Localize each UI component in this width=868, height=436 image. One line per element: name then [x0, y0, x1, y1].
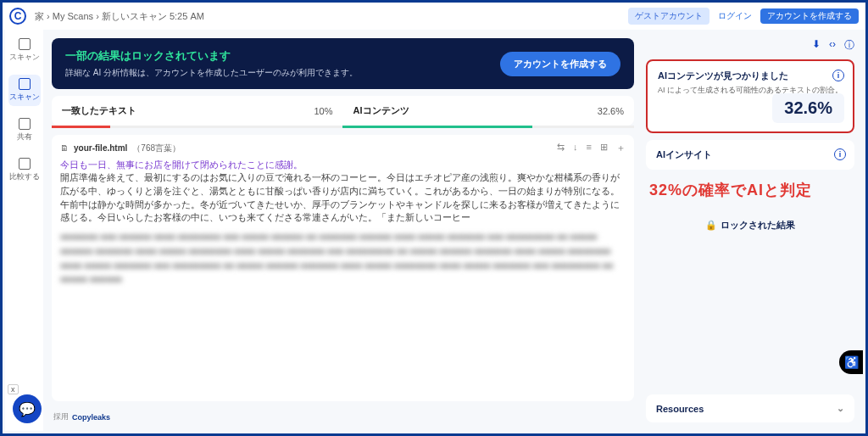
lock-icon: 🔒 — [705, 220, 717, 230]
word-count: （768言葉） — [132, 143, 181, 154]
chat-fab[interactable]: 💬 — [13, 394, 42, 423]
ai-found-percent: 32.6% — [772, 93, 844, 123]
sidebar-item-scan-2[interactable]: スキャン — [8, 75, 41, 106]
ai-insight-title: AIインサイト — [656, 148, 844, 161]
info-icon[interactable]: i — [832, 70, 844, 81]
sidebar-item-share[interactable]: 共有 — [8, 115, 41, 146]
create-account-button[interactable]: アカウントを作成する — [500, 52, 620, 76]
doc-blurred: ■■■■■■■ ■■■ ■■■■■■ ■■■■ ■■■■■■■■ ■■■ ■■■… — [60, 230, 626, 287]
document-panel: 🗎 your-file.html （768言葉） ⇆ ↓ ≡ ⊞ ＋ 今日も一日… — [52, 135, 634, 401]
chevron-down-icon: ⌄ — [837, 403, 844, 414]
scan-icon — [19, 78, 31, 90]
download-icon[interactable]: ⬇ — [812, 38, 821, 53]
ai-content-found-card: AIコンテンツが見つかりました AI によって生成される可能性のあるテキストの割… — [646, 59, 854, 133]
info-icon[interactable]: i — [834, 148, 846, 160]
filename: your-file.html — [74, 143, 127, 153]
tool-add-icon[interactable]: ＋ — [616, 142, 626, 154]
share-icon[interactable]: ‹› — [829, 38, 836, 53]
locked-results-banner: 一部の結果はロックされています 詳細な AI 分析情報は、アカウントを作成したユ… — [52, 38, 634, 89]
banner-title: 一部の結果はロックされています — [65, 48, 358, 64]
sidebar-item-scan-1[interactable]: スキャン — [8, 35, 41, 66]
breadcrumb-current: 新しいスキャン 5:25 AM — [102, 11, 204, 21]
tool-grid-icon[interactable]: ⊞ — [600, 142, 608, 154]
login-link[interactable]: ログイン — [718, 10, 752, 22]
compare-icon — [19, 158, 31, 170]
doc-line: 午前中は静かな時間が多かった。冬が近づいてきたせいか、厚手のブランケットやキャン… — [60, 198, 626, 226]
annotation-text: 32%の確率でAIと判定 — [646, 176, 854, 200]
resources-toggle[interactable]: Resources ⌄ — [646, 394, 854, 422]
guest-account-button[interactable]: ゲストアカウント — [628, 8, 709, 25]
ai-insight-card[interactable]: AIインサイト i — [646, 140, 854, 170]
breadcrumb: 家 › My Scans › 新しいスキャン 5:25 AM — [35, 10, 204, 23]
create-account-button-top[interactable]: アカウントを作成する — [760, 8, 859, 24]
brand-logo[interactable]: C — [9, 8, 26, 25]
doc-line: 開店準備を終えて、最初にするのはお気に入りの豆で淹れる一杯のコーヒー。今日はエチ… — [60, 171, 626, 198]
close-x[interactable]: x — [8, 384, 19, 394]
banner-desc: 詳細な AI 分析情報は、アカウントを作成したユーザーのみが利用できます。 — [65, 67, 358, 79]
tool-swap-icon[interactable]: ⇆ — [557, 142, 565, 154]
locked-results-label: 🔒ロックされた結果 — [646, 207, 854, 243]
ai-found-title: AIコンテンツが見つかりました — [658, 70, 843, 82]
powered-by: 採用 Copyleaks — [52, 408, 634, 422]
share-icon — [19, 118, 31, 130]
accessibility-button[interactable]: ♿ — [839, 350, 863, 374]
file-icon: 🗎 — [60, 143, 69, 153]
tab-matched-text[interactable]: 一致したテキスト 10% — [52, 96, 343, 126]
scan-icon — [19, 38, 31, 50]
help-icon[interactable]: ⓘ — [844, 38, 854, 53]
sidebar-item-compare[interactable]: 比較する — [8, 154, 41, 186]
breadcrumb-scans[interactable]: My Scans — [53, 11, 93, 21]
tool-download-icon[interactable]: ↓ — [573, 142, 578, 154]
tab-ai-content[interactable]: AIコンテンツ 32.6% — [343, 96, 635, 126]
tool-list-icon[interactable]: ≡ — [587, 142, 592, 154]
doc-line: 今日も一日、無事にお店を開けて閉められたことに感謝。 — [60, 159, 626, 171]
breadcrumb-root[interactable]: 家 — [35, 11, 44, 21]
